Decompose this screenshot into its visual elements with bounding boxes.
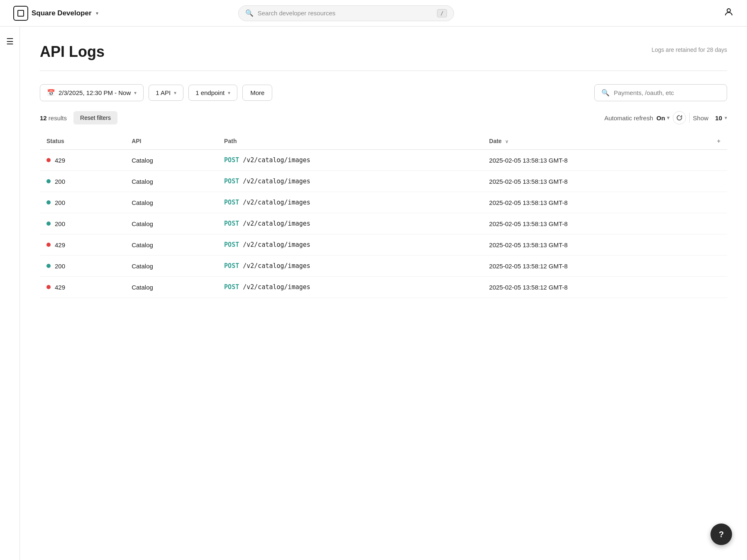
divider xyxy=(689,113,690,123)
table-row[interactable]: 429 Catalog POST /v2/catalog/images 2025… xyxy=(40,150,727,171)
square-logo-icon xyxy=(13,6,28,21)
status-cell-3: 200 xyxy=(40,213,125,234)
endpoint-filter-label: 1 endpoint xyxy=(195,89,225,96)
logo-inner-box xyxy=(17,10,24,17)
col-date[interactable]: Date ∨ + xyxy=(483,133,727,150)
auto-refresh-value: On xyxy=(657,114,665,122)
col-status: Status xyxy=(40,133,125,150)
table-row[interactable]: 429 Catalog POST /v2/catalog/images 2025… xyxy=(40,234,727,256)
method-5: POST xyxy=(224,262,239,270)
add-column-icon[interactable]: + xyxy=(717,138,720,144)
status-code-0: 429 xyxy=(55,157,65,164)
show-count-control[interactable]: Show 10 ▾ xyxy=(693,114,727,122)
path-cell-6: POST /v2/catalog/images xyxy=(217,277,482,298)
status-code-1: 200 xyxy=(55,178,65,185)
api-cell-5: Catalog xyxy=(125,256,217,277)
status-cell-1: 200 xyxy=(40,171,125,192)
show-count-chevron-icon: ▾ xyxy=(725,115,727,121)
status-code-4: 429 xyxy=(55,241,65,248)
side-nav: ☰ xyxy=(0,27,20,560)
path-cell-3: POST /v2/catalog/images xyxy=(217,213,482,234)
page-header: API Logs Logs are retained for 28 days xyxy=(40,43,727,71)
date-range-label: 2/3/2025, 12:30 PM - Now xyxy=(59,89,131,96)
path-cell-1: POST /v2/catalog/images xyxy=(217,171,482,192)
table-row[interactable]: 200 Catalog POST /v2/catalog/images 2025… xyxy=(40,213,727,234)
status-dot-3 xyxy=(46,222,51,226)
endpoint-filter[interactable]: 1 endpoint ▾ xyxy=(188,85,237,101)
sort-indicator-icon: ∨ xyxy=(505,139,508,144)
path-text-6: /v2/catalog/images xyxy=(243,283,310,291)
date-cell-0: 2025-02-05 13:58:13 GMT-8 xyxy=(483,150,727,171)
results-count: 12 results xyxy=(40,114,67,122)
brand-chevron-icon: ▾ xyxy=(96,10,98,16)
col-path: Path xyxy=(217,133,482,150)
date-cell-5: 2025-02-05 13:58:12 GMT-8 xyxy=(483,256,727,277)
reset-filters-button[interactable]: Reset filters xyxy=(73,111,117,124)
results-row: 12 results Reset filters Automatic refre… xyxy=(40,111,727,124)
logo-area[interactable]: Square Developer ▾ xyxy=(13,6,98,21)
svg-point-0 xyxy=(727,9,730,12)
path-search-icon: 🔍 xyxy=(601,89,610,97)
path-text-4: /v2/catalog/images xyxy=(243,241,310,248)
api-cell-1: Catalog xyxy=(125,171,217,192)
filters-row: 📅 2/3/2025, 12:30 PM - Now ▾ 1 API ▾ 1 e… xyxy=(40,84,727,101)
date-cell-2: 2025-02-05 13:58:13 GMT-8 xyxy=(483,192,727,213)
path-search-input-wrap[interactable]: 🔍 xyxy=(594,84,727,101)
date-range-chevron-icon: ▾ xyxy=(134,90,137,96)
user-avatar-button[interactable] xyxy=(724,7,734,19)
top-nav: Square Developer ▾ 🔍 Search developer re… xyxy=(0,0,747,27)
path-text-2: /v2/catalog/images xyxy=(243,199,310,206)
method-4: POST xyxy=(224,241,239,248)
search-icon: 🔍 xyxy=(245,9,254,17)
path-cell-2: POST /v2/catalog/images xyxy=(217,192,482,213)
brand-name: Square Developer xyxy=(32,9,92,17)
more-filters-button[interactable]: More xyxy=(242,85,272,101)
method-2: POST xyxy=(224,199,239,206)
show-label: Show xyxy=(693,114,709,122)
search-keyboard-shortcut: / xyxy=(437,9,447,17)
date-cell-3: 2025-02-05 13:58:13 GMT-8 xyxy=(483,213,727,234)
retention-note: Logs are retained for 28 days xyxy=(652,46,727,53)
status-code-3: 200 xyxy=(55,220,65,227)
path-text-5: /v2/catalog/images xyxy=(243,262,310,270)
auto-refresh-chevron-icon: ▾ xyxy=(667,115,669,121)
status-code-2: 200 xyxy=(55,199,65,206)
refresh-button[interactable] xyxy=(673,111,686,124)
status-cell-6: 429 xyxy=(40,277,125,298)
api-filter-chevron-icon: ▾ xyxy=(174,90,176,96)
page-title: API Logs xyxy=(40,43,105,61)
path-text-1: /v2/catalog/images xyxy=(243,178,310,185)
main-content: API Logs Logs are retained for 28 days 📅… xyxy=(20,27,747,560)
table-row[interactable]: 200 Catalog POST /v2/catalog/images 2025… xyxy=(40,256,727,277)
logs-table: Status API Path Date ∨ + 429 Catalog xyxy=(40,133,727,298)
show-value: 10 xyxy=(715,114,722,122)
date-cell-6: 2025-02-05 13:58:12 GMT-8 xyxy=(483,277,727,298)
col-api: API xyxy=(125,133,217,150)
search-placeholder-text: Search developer resources xyxy=(258,10,433,17)
method-6: POST xyxy=(224,283,239,291)
table-row[interactable]: 200 Catalog POST /v2/catalog/images 2025… xyxy=(40,171,727,192)
table-row[interactable]: 200 Catalog POST /v2/catalog/images 2025… xyxy=(40,192,727,213)
table-row[interactable]: 429 Catalog POST /v2/catalog/images 2025… xyxy=(40,277,727,298)
path-cell-4: POST /v2/catalog/images xyxy=(217,234,482,256)
status-cell-0: 429 xyxy=(40,150,125,171)
method-3: POST xyxy=(224,220,239,227)
date-range-filter[interactable]: 📅 2/3/2025, 12:30 PM - Now ▾ xyxy=(40,84,144,101)
status-cell-5: 200 xyxy=(40,256,125,277)
status-dot-0 xyxy=(46,158,51,162)
status-cell-2: 200 xyxy=(40,192,125,213)
auto-refresh-toggle[interactable]: On ▾ xyxy=(657,114,669,122)
status-dot-1 xyxy=(46,179,51,183)
status-code-5: 200 xyxy=(55,263,65,270)
api-filter-label: 1 API xyxy=(156,89,171,96)
status-dot-4 xyxy=(46,243,51,247)
auto-refresh-label: Automatic refresh xyxy=(604,114,653,122)
help-button[interactable]: ? xyxy=(710,523,732,545)
global-search-bar[interactable]: 🔍 Search developer resources / xyxy=(238,5,454,21)
api-cell-0: Catalog xyxy=(125,150,217,171)
path-search-input[interactable] xyxy=(614,89,720,96)
date-cell-1: 2025-02-05 13:58:13 GMT-8 xyxy=(483,171,727,192)
date-cell-4: 2025-02-05 13:58:13 GMT-8 xyxy=(483,234,727,256)
api-filter[interactable]: 1 API ▾ xyxy=(149,85,183,101)
hamburger-menu-button[interactable]: ☰ xyxy=(3,33,17,50)
